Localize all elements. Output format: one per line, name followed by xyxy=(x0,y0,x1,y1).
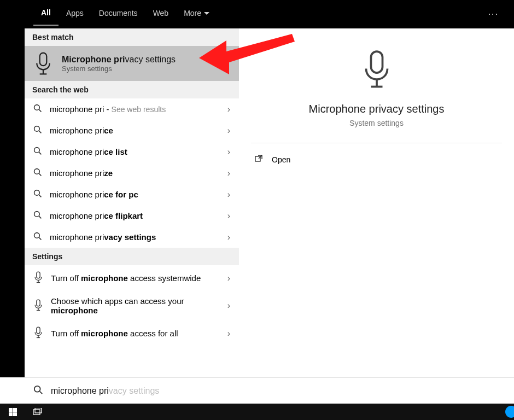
svg-point-8 xyxy=(34,233,40,238)
chevron-right-icon: › xyxy=(227,126,230,136)
tab-apps[interactable]: Apps xyxy=(59,3,91,25)
left-black-strip xyxy=(0,0,25,377)
svg-point-2 xyxy=(34,105,40,110)
svg-rect-9 xyxy=(37,272,40,278)
chevron-right-icon: › xyxy=(227,273,230,283)
microphone-icon xyxy=(33,299,43,313)
settings-suggestion[interactable]: Turn off microphone access systemwide› xyxy=(25,265,239,291)
web-suggestion-text: microphone privacy settings xyxy=(50,232,156,242)
svg-rect-11 xyxy=(37,327,40,334)
web-suggestion-text: microphone pri - See web results xyxy=(50,104,166,114)
search-filters-bar: All Apps Documents Web More ··· xyxy=(25,0,514,28)
microphone-icon xyxy=(33,54,53,73)
chevron-right-icon: › xyxy=(227,301,230,311)
svg-rect-13 xyxy=(255,156,260,161)
svg-point-7 xyxy=(34,212,40,217)
chevron-right-icon: › xyxy=(227,147,230,157)
chevron-right-icon: › xyxy=(227,190,230,200)
chevron-right-icon: › xyxy=(227,104,230,114)
results-left-column: Best match Microphone privacy settings S… xyxy=(25,28,239,377)
web-suggestion-text: microphone price xyxy=(50,126,113,135)
search-input-row[interactable]: microphone privacy settings xyxy=(25,377,514,404)
open-action[interactable]: Open xyxy=(239,143,514,176)
web-suggestion[interactable]: microphone privacy settings› xyxy=(25,226,239,248)
search-web-header: Search the web xyxy=(25,81,239,98)
svg-point-4 xyxy=(34,148,40,153)
chevron-right-icon: › xyxy=(227,211,230,221)
taskbar xyxy=(0,404,514,420)
chevron-right-icon: › xyxy=(227,232,230,242)
web-suggestion[interactable]: microphone pri - See web results› xyxy=(25,98,239,120)
svg-point-14 xyxy=(34,386,40,392)
best-match-header: Best match xyxy=(25,28,239,46)
settings-header: Settings xyxy=(25,248,239,265)
chevron-right-icon: › xyxy=(227,168,230,178)
svg-rect-10 xyxy=(37,300,40,306)
svg-point-5 xyxy=(34,169,40,174)
tab-more[interactable]: More xyxy=(176,3,217,25)
settings-suggestion[interactable]: Choose which apps can access your microp… xyxy=(25,291,239,320)
search-icon xyxy=(33,104,42,114)
svg-rect-16 xyxy=(35,408,42,413)
search-text: microphone privacy settings xyxy=(51,386,159,396)
best-match-title: Microphone privacy settings xyxy=(62,55,176,65)
tab-web[interactable]: Web xyxy=(145,3,177,25)
search-icon xyxy=(33,147,42,157)
open-label: Open xyxy=(272,155,290,164)
more-options-icon[interactable]: ··· xyxy=(482,5,505,24)
settings-suggestion-text: Choose which apps can access your microp… xyxy=(51,296,204,315)
microphone-icon xyxy=(33,271,43,285)
web-suggestion[interactable]: microphone price flipkart› xyxy=(25,205,239,226)
tab-more-label: More xyxy=(184,9,201,18)
svg-rect-1 xyxy=(40,52,47,65)
web-suggestion-text: microphone price flipkart xyxy=(50,211,143,220)
web-suggestion-text: microphone prize xyxy=(50,168,113,178)
web-suggestion[interactable]: microphone price list› xyxy=(25,141,239,162)
preview-title: Microphone privacy settings xyxy=(309,103,445,115)
best-match-subtitle: System settings xyxy=(62,65,176,73)
microphone-icon xyxy=(33,326,43,341)
web-suggestion[interactable]: microphone price for pc› xyxy=(25,184,239,205)
open-icon xyxy=(254,154,263,165)
search-icon xyxy=(33,232,42,242)
microphone-icon-large xyxy=(360,48,393,93)
tab-all[interactable]: All xyxy=(33,3,59,26)
web-suggestion-text: microphone price list xyxy=(50,147,127,156)
start-button[interactable] xyxy=(0,404,25,420)
preview-subtitle: System settings xyxy=(349,119,404,127)
svg-point-3 xyxy=(34,126,40,132)
settings-suggestion-text: Turn off microphone access systemwide xyxy=(51,273,201,283)
settings-suggestion[interactable]: Turn off microphone access for all› xyxy=(25,320,239,346)
web-suggestion[interactable]: microphone price› xyxy=(25,120,239,141)
settings-suggestion-text: Turn off microphone access for all xyxy=(51,329,178,338)
search-icon xyxy=(33,189,42,200)
svg-rect-15 xyxy=(33,410,40,415)
search-results-panel: Best match Microphone privacy settings S… xyxy=(25,28,514,377)
best-match-item[interactable]: Microphone privacy settings System setti… xyxy=(25,46,239,81)
svg-rect-12 xyxy=(371,51,382,73)
task-view-button[interactable] xyxy=(25,404,50,420)
feedback-icon[interactable] xyxy=(469,5,482,24)
search-icon xyxy=(33,168,42,178)
preview-pane: Microphone privacy settings System setti… xyxy=(239,28,514,377)
search-icon xyxy=(33,385,43,397)
search-icon xyxy=(33,125,42,136)
search-icon xyxy=(33,211,42,221)
web-suggestion[interactable]: microphone prize› xyxy=(25,162,239,184)
svg-point-6 xyxy=(34,190,40,196)
chevron-right-icon: › xyxy=(227,329,230,339)
chevron-down-icon xyxy=(204,12,209,15)
tab-documents[interactable]: Documents xyxy=(91,3,145,25)
tray-icon-partial[interactable] xyxy=(505,406,514,418)
web-suggestion-text: microphone price for pc xyxy=(50,190,138,199)
windows-logo-icon xyxy=(9,408,17,416)
